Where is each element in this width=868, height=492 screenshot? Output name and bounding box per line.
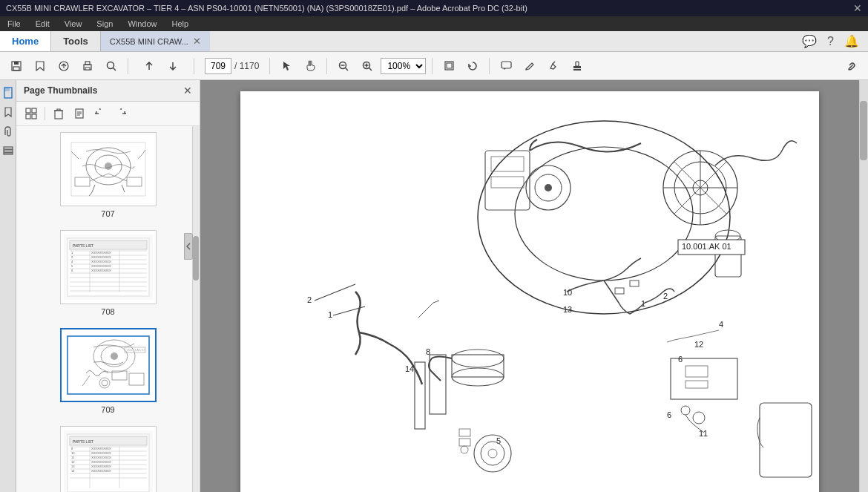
svg-rect-114 [491, 157, 524, 171]
svg-rect-115 [491, 177, 524, 188]
thumb-img-709: 10.001.AK 01 [60, 328, 157, 402]
menu-bar: File Edit View Sign Window Help [0, 16, 868, 31]
zoom-in-button[interactable] [357, 56, 378, 76]
thumb-extract-button[interactable] [70, 105, 88, 122]
tab-home[interactable]: Home [0, 31, 51, 51]
bookmark-button[interactable] [30, 56, 50, 76]
svg-point-146 [693, 412, 705, 424]
svg-rect-130 [452, 355, 504, 377]
window-close-button[interactable]: ✕ [853, 2, 862, 14]
svg-rect-28 [26, 108, 30, 113]
svg-text:10.001.AK 01: 10.001.AK 01 [682, 242, 731, 251]
panel-collapse-handle[interactable] [184, 233, 193, 260]
svg-text:XXXXXXXXXX: XXXXXXXXXX [91, 269, 111, 272]
thumb-grid-button[interactable] [22, 105, 40, 122]
notification-icon[interactable]: 🔔 [844, 34, 859, 48]
next-page-button[interactable] [162, 56, 183, 76]
search-button[interactable] [101, 56, 122, 76]
sidebar-icon-bookmarks[interactable] [1, 105, 15, 119]
sidebar-icon-attachments[interactable] [1, 125, 15, 138]
save-button[interactable] [6, 56, 27, 76]
hand-tool-button[interactable] [300, 56, 320, 76]
thumbnails-scroll-area[interactable]: 707 PARTS LIST [16, 126, 200, 492]
print-button[interactable] [77, 56, 98, 76]
prev-page-button[interactable] [139, 56, 160, 76]
svg-line-139 [667, 340, 674, 342]
thumbnails-panel: Page Thumbnails ✕ [16, 80, 200, 492]
svg-text:11: 11 [699, 429, 708, 438]
svg-rect-113 [485, 151, 530, 210]
svg-text:13: 13 [563, 305, 572, 314]
comment-icon[interactable]: 💬 [802, 34, 817, 48]
thumbnails-scrollbar[interactable] [192, 126, 200, 492]
main-scrollbar[interactable] [859, 80, 868, 492]
zoom-selector[interactable]: 100% 50% 75% 125% 150% 200% [381, 58, 426, 74]
menu-sign[interactable]: Sign [93, 18, 116, 30]
thumbnails-scroll-thumb[interactable] [193, 236, 199, 281]
thumb-label-709: 709 [101, 405, 114, 414]
svg-text:14: 14 [405, 364, 414, 373]
menu-file[interactable]: File [4, 18, 24, 30]
svg-line-15 [369, 68, 372, 70]
zoom-out-button[interactable] [333, 56, 354, 76]
svg-rect-30 [26, 114, 30, 119]
svg-line-22 [850, 65, 853, 68]
svg-rect-141 [685, 366, 708, 377]
svg-text:11: 11 [71, 456, 75, 459]
pencil-button[interactable] [519, 56, 540, 76]
svg-text:XXXXXXXXXX: XXXXXXXXXX [91, 469, 111, 473]
thumb-rotate-ccw-button[interactable] [91, 105, 109, 122]
page-total-label: / 1170 [234, 61, 259, 71]
thumbnail-710[interactable]: PARTS LIST 8 XXXXXXXXXX 10 [16, 420, 200, 492]
lower-components: 2 1 8 [307, 258, 812, 477]
upload-button[interactable] [53, 56, 74, 76]
thumbnail-709[interactable]: 10.001.AK 01 709 [16, 322, 200, 420]
toolbar-separator-5 [432, 58, 433, 74]
main-scroll-thumb[interactable] [860, 101, 867, 160]
fit-page-button[interactable] [438, 56, 459, 76]
stamp-button[interactable] [567, 56, 588, 76]
thumbnail-708[interactable]: PARTS LIST 1 XXXXXXX [16, 224, 200, 322]
svg-text:XXXXXXXXXX: XXXXXXXXXX [91, 465, 111, 468]
thumbnails-close-button[interactable]: ✕ [183, 85, 192, 96]
thumb-toolbar-sep [45, 107, 45, 120]
thumb-delete-button[interactable] [50, 105, 68, 122]
svg-point-129 [452, 350, 504, 367]
svg-text:XXXXXXXXXX: XXXXXXXXXX [91, 260, 111, 263]
svg-line-19 [553, 62, 555, 64]
svg-point-72 [111, 352, 118, 360]
menu-view[interactable]: View [62, 18, 85, 30]
svg-point-145 [681, 406, 690, 415]
thumbnails-toolbar [16, 102, 200, 126]
menu-edit[interactable]: Edit [33, 18, 53, 30]
svg-text:6: 6 [667, 410, 671, 419]
sidebar-icon-panel [0, 80, 16, 492]
menu-window[interactable]: Window [125, 18, 160, 30]
sidebar-icon-layers[interactable] [1, 144, 15, 157]
svg-text:12: 12 [71, 460, 75, 464]
pdf-view-area[interactable]: 10.001.AK 01 2 1 [200, 80, 859, 492]
svg-rect-2 [13, 67, 19, 70]
cursor-tool-button[interactable] [276, 56, 297, 76]
thumbnail-707[interactable]: 707 [16, 126, 200, 224]
svg-point-150 [474, 435, 511, 472]
tab-right-icons: 💬 ? 🔔 [802, 31, 868, 51]
help-icon[interactable]: ? [827, 35, 834, 48]
thumb-label-707: 707 [101, 209, 114, 218]
svg-text:2: 2 [663, 292, 668, 301]
comment-tool-button[interactable] [496, 56, 516, 76]
tab-close-button[interactable]: ✕ [193, 36, 201, 47]
rotate-button[interactable] [462, 56, 483, 76]
tab-document[interactable]: CX55B MINI CRAW... ✕ [101, 31, 210, 51]
thumb-rotate-cw-button[interactable] [112, 105, 130, 122]
thumb-img-708: PARTS LIST 1 XXXXXXX [60, 230, 157, 304]
page-number-input[interactable]: 709 [205, 58, 231, 74]
link-button[interactable] [841, 56, 862, 76]
tab-tools[interactable]: Tools [51, 31, 101, 51]
sidebar-icon-pages[interactable] [1, 86, 15, 99]
highlight-button[interactable] [543, 56, 564, 76]
thumbnails-title: Page Thumbnails [24, 85, 97, 96]
thumbnails-header: Page Thumbnails ✕ [16, 80, 200, 102]
svg-text:14: 14 [71, 469, 75, 473]
menu-help[interactable]: Help [169, 18, 192, 30]
